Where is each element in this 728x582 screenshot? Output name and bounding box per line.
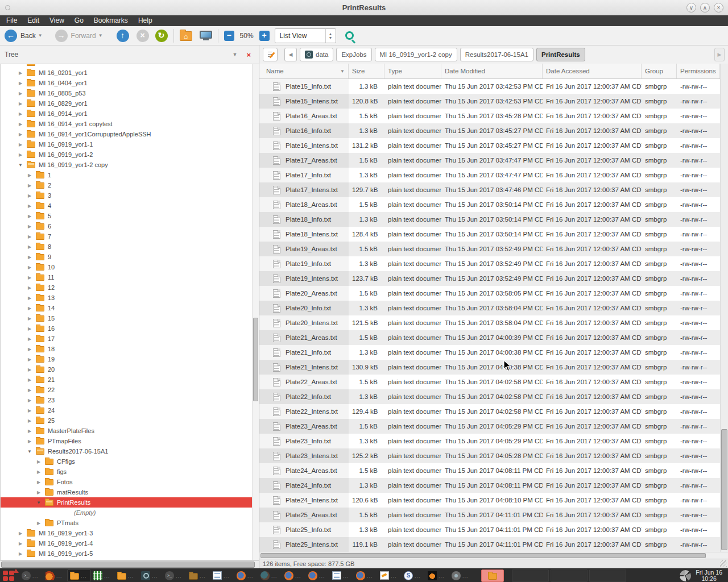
taskbar-window-button[interactable]: ...: [43, 569, 67, 582]
side-pane-close-icon[interactable]: ×: [243, 51, 254, 59]
tree-item[interactable]: ▶22: [1, 385, 252, 395]
expand-expander-icon[interactable]: ▶: [27, 275, 32, 280]
expand-expander-icon[interactable]: ▶: [18, 122, 23, 127]
file-row[interactable]: Plate22_Intens.txt129.4 kBplain text doc…: [259, 404, 720, 419]
file-row[interactable]: Plate16_Info.txt1.3 kBplain text documen…: [259, 123, 720, 138]
tree-item[interactable]: ▼MI 16_0919_yor1-2 copy: [1, 160, 252, 170]
breadcrumb-results2017-06-15a1[interactable]: Results2017-06-15A1: [460, 48, 533, 61]
minimize-button[interactable]: ∨: [686, 3, 696, 13]
expand-expander-icon[interactable]: ▶: [18, 101, 23, 106]
taskbar-window-button[interactable]: ...: [234, 569, 258, 582]
expand-expander-icon[interactable]: ▶: [27, 429, 32, 434]
expand-expander-icon[interactable]: ▶: [27, 203, 32, 209]
file-row[interactable]: Plate22_Areas.txt1.5 kBplain text docume…: [259, 375, 720, 389]
tree-item[interactable]: ▶MI 16_0919_yor1-5: [1, 548, 252, 559]
expand-expander-icon[interactable]: ▶: [18, 152, 23, 157]
tree-item[interactable]: ▶13: [1, 293, 252, 303]
file-row[interactable]: Plate17_Areas.txt1.5 kBplain text docume…: [259, 153, 720, 168]
search-icon[interactable]: [345, 31, 354, 40]
expand-expander-icon[interactable]: ▶: [27, 316, 32, 321]
file-row[interactable]: Plate18_Areas.txt1.5 kBplain text docume…: [259, 197, 720, 212]
expand-expander-icon[interactable]: ▶: [27, 326, 32, 331]
expand-expander-icon[interactable]: ▶: [27, 377, 32, 383]
file-row[interactable]: Plate20_Areas.txt1.5 kBplain text docume…: [259, 286, 720, 301]
expand-expander-icon[interactable]: ▶: [27, 214, 32, 219]
taskbar-window-button[interactable]: ...: [449, 569, 473, 582]
file-row[interactable]: Plate23_Intens.txt125.2 kBplain text doc…: [259, 448, 720, 463]
file-row[interactable]: Plate24_Areas.txt1.5 kBplain text docume…: [259, 463, 720, 478]
taskbar-window-button[interactable]: ...: [282, 569, 306, 582]
file-row[interactable]: Plate15_Intens.txt120.8 kBplain text doc…: [259, 94, 720, 109]
expand-expander-icon[interactable]: ▶: [27, 388, 32, 393]
expand-expander-icon[interactable]: ▶: [27, 255, 32, 260]
breadcrumb-expjobs[interactable]: ExpJobs: [336, 48, 371, 61]
tree-item[interactable]: ▶4: [1, 201, 252, 211]
tree-item[interactable]: ▶MI 16_0919_yor1-3: [1, 528, 252, 538]
expand-expander-icon[interactable]: ▶: [36, 480, 42, 485]
expand-expander-icon[interactable]: ▶: [27, 347, 32, 352]
taskbar-window-button[interactable]: ...: [330, 569, 354, 582]
tree-item[interactable]: ▶figs: [1, 467, 252, 477]
path-scroll-right-button[interactable]: ▶: [714, 48, 725, 61]
view-mode-select[interactable]: List View ▲▼: [275, 28, 336, 43]
computer-button[interactable]: [200, 31, 212, 41]
tree-item[interactable]: ▶16: [1, 323, 252, 334]
expand-expander-icon[interactable]: ▶: [18, 91, 23, 96]
tree-item[interactable]: ▶MI 16_0404_yor1: [1, 78, 252, 88]
desktop-environment-logo-icon[interactable]: [680, 570, 691, 581]
tree-item[interactable]: ▶MI 16_0919_yor1-4: [1, 538, 252, 548]
file-row[interactable]: Plate20_Intens.txt121.5 kBplain text doc…: [259, 315, 720, 330]
tree-item[interactable]: ▶MI 16_0914_yor1CorrupuptedAppleSSH: [1, 129, 252, 139]
back-button[interactable]: Back: [20, 32, 36, 40]
column-header-size[interactable]: Size: [349, 64, 384, 78]
close-button[interactable]: ×: [714, 3, 723, 13]
tree-item[interactable]: ▶24: [1, 405, 252, 415]
taskbar-window-button[interactable]: ...: [115, 569, 139, 582]
taskbar-window-button[interactable]: ...: [91, 569, 115, 582]
taskbar-window-button[interactable]: ...: [354, 569, 378, 582]
collapse-expander-icon[interactable]: ▼: [27, 449, 32, 454]
expand-expander-icon[interactable]: ▶: [18, 70, 23, 76]
expand-expander-icon[interactable]: ▶: [18, 81, 23, 86]
taskbar-window-button[interactable]: S...: [402, 569, 425, 582]
expand-expander-icon[interactable]: ▶: [18, 142, 23, 147]
file-row[interactable]: Plate17_Intens.txt129.7 kBplain text doc…: [259, 182, 720, 197]
tree-item[interactable]: ▶MI 16_0829_yor1: [1, 98, 252, 109]
file-row[interactable]: Plate24_Info.txt1.3 kBplain text documen…: [259, 478, 720, 493]
tree-item[interactable]: ▶MI 16_0805_p53: [1, 88, 252, 98]
file-row[interactable]: Plate25_Areas.txt1.5 kBplain text docume…: [259, 508, 720, 522]
file-row[interactable]: Plate21_Info.txt1.3 kBplain text documen…: [259, 345, 720, 360]
expand-expander-icon[interactable]: ▶: [18, 111, 23, 117]
expand-expander-icon[interactable]: ▶: [36, 521, 42, 526]
breadcrumb-printresults[interactable]: PrintResults: [536, 48, 585, 61]
expand-expander-icon[interactable]: ▶: [36, 490, 42, 495]
up-button[interactable]: ↑: [117, 30, 129, 42]
file-row[interactable]: Plate25_Info.txt1.3 kBplain text documen…: [259, 522, 720, 537]
side-pane-dropdown-icon[interactable]: ▼: [226, 52, 243, 57]
expand-expander-icon[interactable]: ▶: [18, 531, 23, 536]
tree-item[interactable]: ▶MI 16_0914_yor1: [1, 109, 252, 119]
file-row[interactable]: Plate24_Intens.txt120.6 kBplain text doc…: [259, 493, 720, 508]
expand-expander-icon[interactable]: ▶: [27, 173, 32, 178]
taskbar-window-button[interactable]: ...: [258, 569, 282, 582]
file-row[interactable]: Plate25_Intens.txt119.1 kBplain text doc…: [259, 537, 720, 552]
taskbar-window-button[interactable]: ...: [425, 569, 449, 582]
tree-item[interactable]: ▶6: [1, 221, 252, 231]
file-row[interactable]: Plate18_Intens.txt128.4 kBplain text doc…: [259, 227, 720, 242]
menu-edit[interactable]: Edit: [22, 15, 44, 26]
taskbar-window-button[interactable]: >_...: [163, 569, 187, 582]
tree-item[interactable]: ▶matResults: [1, 487, 252, 497]
taskbar-window-button[interactable]: ...: [139, 569, 163, 582]
expand-expander-icon[interactable]: ▶: [27, 418, 32, 423]
collapse-expander-icon[interactable]: ▼: [18, 163, 23, 168]
tree-item[interactable]: ▶12: [1, 282, 252, 293]
expand-expander-icon[interactable]: ▶: [27, 439, 32, 444]
tree-vertical-scrollbar[interactable]: [252, 64, 259, 560]
column-header-permissions[interactable]: Permissions: [677, 64, 720, 78]
file-row[interactable]: Plate15_Info.txt1.3 kBplain text documen…: [259, 79, 720, 94]
menu-help[interactable]: Help: [133, 15, 158, 26]
file-row[interactable]: Plate16_Intens.txt131.2 kBplain text doc…: [259, 138, 720, 153]
tree-item[interactable]: ▶MI 16_0919_yor1-1: [1, 139, 252, 149]
taskbar-window-button[interactable]: ...: [306, 569, 330, 582]
stop-button[interactable]: ×: [136, 30, 149, 42]
